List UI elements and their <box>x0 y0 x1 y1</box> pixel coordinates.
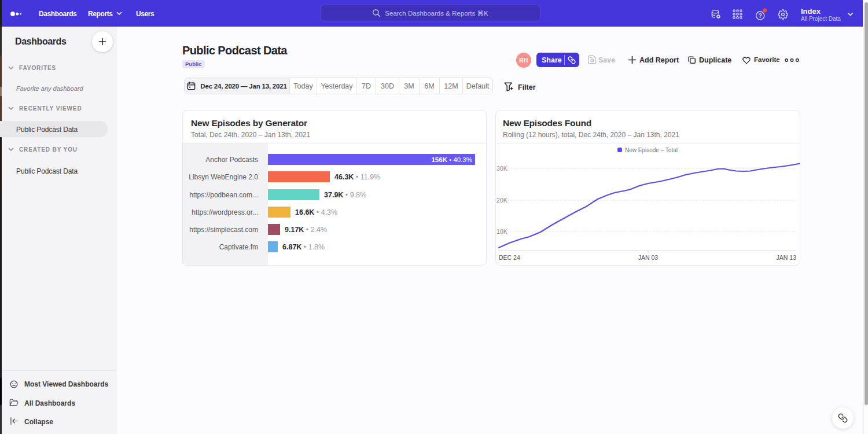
svg-text:JAN 13: JAN 13 <box>777 254 797 261</box>
svg-text:?: ? <box>758 12 762 19</box>
svg-text:30K: 30K <box>496 165 507 172</box>
svg-text:10K: 10K <box>496 228 507 235</box>
svg-text:20K: 20K <box>496 197 507 204</box>
svg-text:JAN 03: JAN 03 <box>638 254 659 261</box>
svg-text:DEC 24: DEC 24 <box>499 254 520 261</box>
